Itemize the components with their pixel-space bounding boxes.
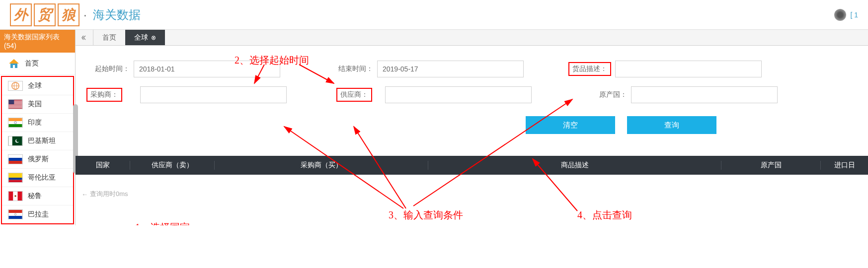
sidebar-item-global[interactable]: 全球 [2,77,73,95]
country-list: 全球 美国 印度 巴基斯坦 俄罗斯 哥伦比亚 [1,76,74,224]
svg-rect-17 [9,136,12,145]
main-content: 首页 全球 ⊗ 起始时间： 结束时间： 货品描述： [76,30,868,225]
th-origin: 原产国 [721,161,821,170]
flag-ru-icon [8,154,23,164]
country-label: 印度 [28,118,42,127]
buyer-label: 采购商： [86,88,122,102]
logo: 外 贸 狼 [10,3,79,26]
clear-button[interactable]: 清空 [526,116,615,134]
svg-point-19 [16,139,19,142]
country-label: 巴拉圭 [28,210,49,219]
supplier-label: 供应商： [336,88,372,102]
product-desc-input[interactable] [615,61,762,77]
header-right: [ 1 [834,9,858,21]
end-time-input[interactable] [377,61,524,77]
close-icon[interactable]: ⊗ [151,34,156,41]
sidebar-home-item[interactable]: 首页 [0,53,75,75]
svg-rect-20 [9,155,22,158]
th-import-date: 进口日 [821,161,868,170]
app-header: 外 贸 狼 · 海关数据 [ 1 [0,0,868,30]
arrow-left-icon: ← [81,191,88,198]
country-label: 俄罗斯 [28,155,49,164]
logo-char-1: 外 [10,3,32,26]
country-label: 全球 [28,81,42,90]
query-time-text: 查询用时0ms [90,190,128,199]
results-table-header: 国家 供应商（卖） 采购商（买） 商品描述 原产国 进口日 [76,156,868,175]
logo-char-3: 狼 [58,3,79,26]
svg-rect-11 [9,100,14,104]
svg-rect-21 [9,158,22,161]
svg-rect-32 [9,216,22,219]
buyer-input[interactable] [140,86,287,103]
country-label: 巴基斯坦 [28,136,56,145]
th-desc: 商品描述 [428,161,721,170]
th-country: 国家 [76,161,130,170]
svg-rect-23 [9,173,22,178]
svg-rect-10 [9,107,22,108]
globe-icon [8,81,23,91]
product-desc-label: 货品描述： [568,62,611,76]
tab-label: 首页 [102,33,116,42]
header-separator: · [83,8,87,22]
origin-input[interactable] [631,86,778,103]
svg-rect-24 [9,178,22,180]
query-button[interactable]: 查询 [627,116,716,134]
sidebar-item-ru[interactable]: 俄罗斯 [2,150,73,169]
annotation-step1: 1、选择国家 [135,221,190,225]
origin-label: 原产国： [584,90,631,99]
sidebar-item-us[interactable]: 美国 [2,95,73,114]
search-form: 起始时间： 结束时间： 货品描述： 采购商： 供应商： [76,46,868,156]
chevron-left-icon [81,35,87,41]
start-time-label: 起始时间： [86,65,134,73]
end-time-label: 结束时间： [330,65,377,73]
country-label: 美国 [28,100,42,109]
start-time-input[interactable] [134,61,280,77]
svg-rect-8 [9,105,22,105]
flag-pk-icon [8,136,23,146]
tab-global[interactable]: 全球 ⊗ [125,30,165,45]
header-title: 海关数据 [93,7,141,23]
svg-rect-26 [9,192,13,201]
th-supplier: 供应商（卖） [130,161,215,170]
user-info: [ 1 [850,11,858,19]
svg-rect-14 [9,124,22,127]
flag-py-icon [8,209,23,219]
sidebar-home-label: 首页 [25,59,39,68]
sidebar-item-pe[interactable]: 秘鲁 [2,187,73,205]
sidebar-item-pk[interactable]: 巴基斯坦 [2,132,73,150]
query-time-row: ← 查询用时0ms [76,175,868,213]
flag-pe-icon [8,191,23,201]
svg-rect-12 [9,118,22,121]
sidebar-item-py[interactable]: 巴拉圭 [2,205,73,223]
sidebar-item-in[interactable]: 印度 [2,114,73,132]
supplier-input[interactable] [385,86,532,103]
sidebar-title: 海关数据国家列表(54) [0,30,75,53]
svg-point-29 [14,195,16,197]
flag-in-icon [8,118,23,128]
svg-rect-9 [9,106,22,107]
country-label: 哥伦比亚 [28,173,56,182]
sidebar: 海关数据国家列表(54) 首页 全球 美国 印度 巴基斯坦 [0,30,76,225]
svg-rect-25 [9,180,22,183]
tab-bar: 首页 全球 ⊗ [76,30,868,46]
flag-co-icon [8,173,23,183]
flag-us-icon [8,99,23,109]
tab-back-button[interactable] [76,30,93,45]
svg-rect-30 [9,210,22,213]
sidebar-item-co[interactable]: 哥伦比亚 [2,169,73,187]
wolf-icon [834,9,846,21]
country-label: 秘鲁 [28,192,42,201]
svg-rect-22 [9,161,22,164]
logo-char-2: 贸 [34,3,56,26]
svg-rect-28 [18,192,22,201]
tab-home[interactable]: 首页 [93,30,125,45]
tab-label: 全球 [134,33,148,42]
home-icon [8,58,20,69]
th-buyer: 采购商（买） [215,161,428,170]
svg-rect-31 [9,213,22,216]
